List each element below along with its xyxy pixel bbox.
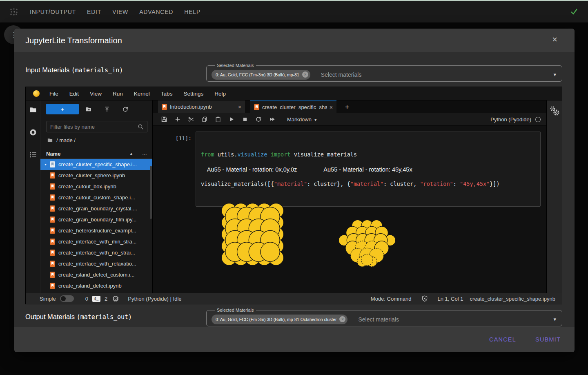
running-kernels-tab-icon[interactable]	[29, 128, 37, 136]
file-list-item[interactable]: create_cluster_sphere.ipynb	[40, 170, 152, 181]
breadcrumb[interactable]: / made /	[47, 137, 152, 143]
output-select-placeholder: Select materials	[358, 316, 399, 323]
file-browser-tab-icon[interactable]	[29, 106, 37, 114]
run-icon[interactable]	[228, 116, 235, 123]
chip-remove-icon[interactable]: ×	[302, 71, 308, 78]
output-materials-select[interactable]: Selected Materials 0: Au, Gold, FCC (Fm-…	[206, 308, 562, 326]
file-name: create_island_defect.ipynb	[58, 283, 122, 289]
cut-icon[interactable]	[188, 116, 194, 123]
table-of-contents-tab-icon[interactable]	[29, 151, 37, 159]
kernel-status-text[interactable]: Python (Pyodide) | Idle	[128, 296, 181, 302]
file-list-item[interactable]: ●create_cluster_specific_shape.i...	[40, 159, 152, 170]
tab-introduction[interactable]: Introduction.ipynb ×	[158, 100, 245, 113]
navbar-menu: INPUT/OUTPUTEDITVIEWADVANCEDHELP	[30, 9, 200, 15]
file-list-header[interactable]: Name ▲ …	[40, 149, 152, 159]
output-material-chip[interactable]: 0: Au, Gold, FCC (Fm-3m) 3D (Bulk), mp-8…	[212, 315, 347, 324]
file-name: create_grain_boundary_crystal....	[58, 205, 137, 212]
cell-type-dropdown[interactable]: Markdown▾	[287, 116, 317, 123]
jupyter-menu-edit[interactable]: Edit	[69, 91, 79, 97]
file-list-item[interactable]: create_grain_boundary_film.ipy...	[40, 214, 152, 225]
tab-create-cluster-specific-shape[interactable]: create_cluster_specific_sha ×	[250, 100, 336, 113]
output-materials-label: Output Materials (materials_out)	[25, 313, 132, 321]
kernel-status-icon[interactable]	[535, 117, 541, 122]
nav-item-help[interactable]: HELP	[184, 9, 200, 15]
folder-icon	[47, 137, 53, 143]
more-options-icon[interactable]: …	[142, 151, 147, 156]
property-inspector-gears-icon[interactable]	[548, 105, 561, 293]
terminals-count[interactable]: 0	[85, 296, 88, 302]
jupyter-menu-run[interactable]: Run	[113, 91, 123, 97]
new-launcher-button[interactable]: +	[46, 104, 79, 114]
code-token: import	[271, 151, 291, 158]
file-list-item[interactable]: create_cutout_box.ipynb	[40, 181, 152, 192]
insert-cell-icon[interactable]	[174, 116, 181, 123]
input-material-chip[interactable]: 0: Au, Gold, FCC (Fm-3m) 3D (Bulk), mp-8…	[212, 70, 310, 80]
code-token: visualize_materials([{	[201, 181, 274, 187]
nav-item-input-output[interactable]: INPUT/OUTPUT	[30, 9, 76, 15]
chevron-down-icon[interactable]: ▾	[553, 71, 556, 78]
code-token: "45y,45x"	[460, 181, 490, 187]
file-name: create_interface_with_relaxatio...	[58, 261, 136, 267]
file-list-item[interactable]: create_interface_with_min_stra...	[40, 236, 152, 247]
paste-icon[interactable]	[215, 116, 221, 123]
sort-ascending-icon[interactable]: ▲	[129, 152, 133, 156]
jupyter-menu-items: FileEditViewRunKernelTabsSettingsHelp	[49, 91, 226, 97]
jupyter-menubar: FileEditViewRunKernelTabsSettingsHelp	[26, 87, 562, 100]
stop-icon[interactable]	[242, 116, 248, 123]
file-name: create_island_defect_custom.i...	[58, 272, 134, 278]
file-list-item[interactable]: create_interface_with_relaxatio...	[40, 258, 152, 269]
jupyter-menu-view[interactable]: View	[90, 91, 102, 97]
nav-item-view[interactable]: VIEW	[112, 9, 128, 15]
jupyter-statusbar: Simple 0 $_ 2 Python (Pyodide) | Idle Mo…	[26, 293, 562, 304]
code-token	[267, 151, 271, 158]
file-list-scrollbar[interactable]	[150, 166, 152, 219]
nav-item-edit[interactable]: EDIT	[87, 9, 101, 15]
simple-mode-toggle[interactable]	[60, 295, 74, 302]
file-list-item[interactable]: create_island_defect.ipynb	[40, 280, 152, 291]
refresh-icon[interactable]	[122, 106, 129, 113]
cursor-position[interactable]: Ln 1, Col 1	[438, 296, 463, 302]
jupyter-menu-tabs[interactable]: Tabs	[161, 91, 173, 97]
jupyter-menu-settings[interactable]: Settings	[183, 91, 203, 97]
kernel-name[interactable]: Python (Pyodide)	[490, 116, 531, 123]
jupyter-menu-file[interactable]: File	[49, 91, 58, 97]
input-materials-select[interactable]: Selected Materials 0: Au, Gold, FCC (Fm-…	[206, 63, 562, 82]
new-tab-icon[interactable]: +	[341, 100, 353, 113]
tab-close-icon[interactable]: ×	[236, 104, 241, 110]
restart-and-run-all-icon[interactable]	[269, 116, 276, 123]
terminal-icon[interactable]: $_	[92, 296, 100, 302]
trust-shield-icon[interactable]	[421, 295, 428, 302]
jupyter-menu-kernel[interactable]: Kernel	[134, 91, 150, 97]
restart-kernel-icon[interactable]	[255, 116, 262, 123]
active-filename[interactable]: create_cluster_specific_shape.ipynb	[470, 296, 555, 302]
file-list-item[interactable]: create_island_defect_custom.i...	[40, 269, 152, 280]
save-icon[interactable]	[161, 116, 167, 123]
dialog-close-icon[interactable]: ×	[552, 35, 557, 44]
kernels-count[interactable]: 2	[105, 296, 107, 302]
submit-button[interactable]: SUBMIT	[535, 336, 561, 343]
app-logo-dots-icon[interactable]	[9, 7, 18, 16]
input-fieldset-legend: Selected Materials	[215, 63, 256, 68]
notebook-file-icon	[50, 239, 55, 245]
cancel-button[interactable]: CANCEL	[489, 336, 516, 343]
chevron-down-icon[interactable]: ▾	[553, 316, 556, 322]
kernel-chip-icon[interactable]	[112, 295, 119, 302]
jupyter-menu-help[interactable]: Help	[214, 91, 226, 97]
file-list-item[interactable]: create_cutout_custom_shape.i...	[40, 192, 152, 203]
file-list-item[interactable]: create_interface_with_no_strai...	[40, 247, 152, 258]
file-list-item[interactable]: create_heterostructure_exampl...	[40, 225, 152, 236]
chip-remove-icon[interactable]: ×	[339, 316, 345, 322]
upload-icon[interactable]	[104, 106, 110, 113]
new-folder-icon[interactable]	[85, 106, 92, 113]
copy-icon[interactable]	[201, 116, 208, 123]
nav-item-advanced[interactable]: ADVANCED	[139, 9, 173, 15]
file-list-item[interactable]: create_grain_boundary_crystal....	[40, 203, 152, 214]
code-token: "rotation"	[420, 181, 453, 187]
command-mode-indicator[interactable]: Mode: Command	[371, 296, 412, 302]
notebook-file-icon	[50, 217, 55, 223]
filter-files-input[interactable]: Filter files by name	[47, 121, 147, 132]
file-browser-panel: + Filter files by name	[40, 100, 153, 293]
tab-close-icon[interactable]: ×	[327, 104, 333, 111]
code-token: : cluster}, {	[307, 181, 350, 187]
code-token: }])	[490, 181, 499, 187]
